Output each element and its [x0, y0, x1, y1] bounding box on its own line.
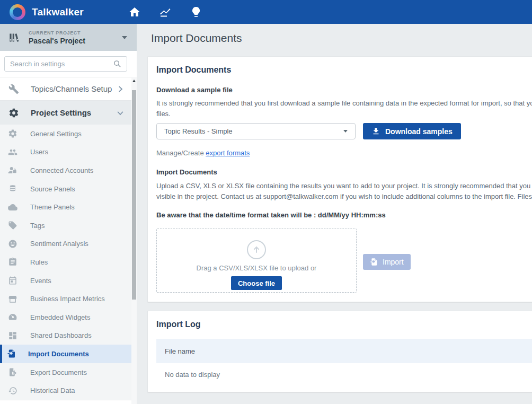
sidebar-item-users[interactable]: Users	[0, 143, 131, 162]
sidebar-item-label: Sentiment Analysis	[30, 240, 88, 248]
settings-search	[4, 56, 127, 72]
users-icon	[8, 147, 17, 157]
sidebar-item-label: Embedded Widgets	[30, 313, 90, 321]
database-icon	[8, 184, 17, 194]
dropzone-text: Drag a CSV/XLS/XLSX file to upload or	[157, 264, 356, 272]
sidebar-item-sentiment-analysis[interactable]: Sentiment Analysis	[0, 235, 131, 253]
sidebar-item-label: Shared Dashboards	[30, 331, 92, 339]
import-log-card: Import Log File name No data to display	[147, 311, 532, 392]
history-icon	[8, 386, 17, 396]
sidebar-item-label: Source Panels	[30, 185, 75, 193]
talkwalker-logo-icon	[10, 4, 25, 20]
download-sample-heading: Download a sample file	[156, 86, 530, 94]
sidebar-item-connected-accounts[interactable]: Connected Accounts	[0, 161, 131, 180]
page-title: Import Documents	[151, 32, 242, 45]
sidebar-item-label: Tags	[30, 222, 45, 230]
sample-format-select[interactable]: Topic Results - Simple	[156, 123, 356, 139]
sidebar-item-shared-dashboards[interactable]: Shared Dashboards	[0, 327, 131, 345]
tag-icon	[8, 221, 17, 230]
import-documents-card: Import Documents Download a sample file …	[147, 56, 532, 302]
chevron-down-icon	[343, 130, 348, 133]
sidebar-item-embedded-widgets[interactable]: Embedded Widgets	[0, 308, 131, 327]
sample-format-selected-value: Topic Results - Simple	[164, 127, 343, 135]
smiley-icon	[8, 239, 17, 249]
sidebar-item-label: Users	[30, 148, 48, 156]
sidebar-item-label: Theme Panels	[30, 203, 75, 211]
sidebar-item-source-panels[interactable]: Source Panels	[0, 180, 131, 198]
sidebar-group-label: Project Settings	[31, 108, 116, 117]
log-table-header: File name	[156, 339, 532, 363]
import-log-title: Import Log	[156, 320, 530, 329]
import-section-heading: Import Documents	[156, 168, 530, 176]
sidebar-item-export-documents[interactable]: Export Documents	[0, 363, 131, 382]
sidebar-item-label: General Settings	[30, 130, 82, 138]
date-format-note: Be aware that the date/time format taken…	[156, 211, 530, 219]
account-lock-icon	[8, 165, 17, 175]
sidebar-group-topics-channels-setup[interactable]: Topics/Channels Setup	[0, 77, 131, 100]
current-project-selector[interactable]: CURRENT PROJECT Pascal's Project	[0, 24, 137, 51]
download-description-line1: It is strongly recommended that you firs…	[156, 98, 530, 109]
storefront-icon	[8, 294, 17, 304]
gear-icon	[8, 129, 17, 138]
file-name-column-header: File name	[165, 347, 195, 355]
gauge-icon	[8, 312, 17, 322]
search-icon	[113, 59, 122, 68]
sidebar-item-general-settings[interactable]: General Settings	[0, 125, 131, 143]
sidebar-item-historical-data[interactable]: Historical Data	[0, 381, 131, 400]
sidebar-item-theme-panels[interactable]: Theme Panels	[0, 198, 131, 216]
manage-export-formats: Manage/Create export formats	[156, 149, 250, 157]
clipboard-icon	[8, 257, 17, 267]
talkwalker-logo[interactable]: Talkwalker	[10, 4, 121, 20]
choose-file-button[interactable]: Choose file	[231, 276, 282, 290]
import-button[interactable]: Import	[363, 254, 411, 270]
current-project-name: Pascal's Project	[29, 37, 122, 45]
current-project-label: CURRENT PROJECT	[29, 30, 122, 36]
scrollbar-up-arrow-icon[interactable]	[132, 80, 136, 82]
import-description-line2: visible in the project. Contact us at su…	[156, 191, 530, 202]
sidebar-spacer	[0, 401, 131, 404]
sidebar-group-project-settings[interactable]: Project Settings	[0, 100, 131, 125]
import-description-line1: Upload a CSV, XLS or XLSX file containin…	[156, 181, 530, 191]
import-doc-icon	[370, 258, 378, 266]
sidebar-group-label: Topics/Channels Setup	[31, 84, 116, 93]
sidebar-item-business-impact-metrics[interactable]: Business Impact Metrics	[0, 289, 131, 308]
sidebar-item-label: Historical Data	[30, 387, 75, 394]
file-dropzone[interactable]: Drag a CSV/XLS/XLSX file to upload or Ch…	[156, 229, 357, 293]
download-samples-label: Download samples	[385, 127, 453, 136]
chevron-down-icon	[116, 108, 125, 118]
export-doc-icon	[8, 367, 17, 377]
sidebar-item-import-documents[interactable]: Import Documents	[0, 345, 131, 363]
import-button-label: Import	[383, 258, 404, 266]
sidebar-item-events[interactable]: Events	[0, 271, 131, 290]
idea-icon[interactable]	[190, 6, 202, 19]
sidebar-item-tags[interactable]: Tags	[0, 216, 131, 235]
sidebar-scrollbar-thumb[interactable]	[132, 90, 136, 300]
sidebar-item-label: Events	[30, 277, 51, 285]
import-card-title: Import Documents	[156, 65, 530, 75]
brand-name: Talkwalker	[32, 6, 84, 18]
cloud-icon	[8, 203, 17, 212]
analytics-icon[interactable]	[159, 6, 172, 19]
chevron-down-icon	[122, 36, 127, 39]
import-doc-icon	[7, 349, 16, 358]
search-input[interactable]	[10, 60, 113, 68]
sidebar-item-label: Export Documents	[30, 368, 87, 376]
sidebar-item-label: Rules	[30, 258, 48, 266]
log-empty-text: No data to display	[165, 371, 220, 379]
home-icon[interactable]	[128, 6, 141, 19]
sidebar-item-rules[interactable]: Rules	[0, 253, 131, 271]
calendar-icon	[8, 276, 17, 285]
gear-icon	[8, 108, 19, 118]
upload-arrow-icon	[247, 240, 266, 259]
top-navigation-bar: Talkwalker	[0, 0, 532, 24]
wrench-icon	[8, 84, 19, 94]
download-icon	[371, 127, 380, 136]
dashboard-icon	[8, 331, 17, 340]
chevron-right-icon	[116, 84, 125, 94]
download-description-line2: files.	[156, 109, 530, 119]
manage-prefix-text: Manage/Create	[156, 149, 206, 157]
download-samples-button[interactable]: Download samples	[363, 123, 461, 139]
sidebar-item-label: Import Documents	[28, 350, 89, 358]
settings-sidebar: CURRENT PROJECT Pascal's Project Topics/…	[0, 24, 137, 404]
export-formats-link[interactable]: export formats	[206, 149, 250, 157]
